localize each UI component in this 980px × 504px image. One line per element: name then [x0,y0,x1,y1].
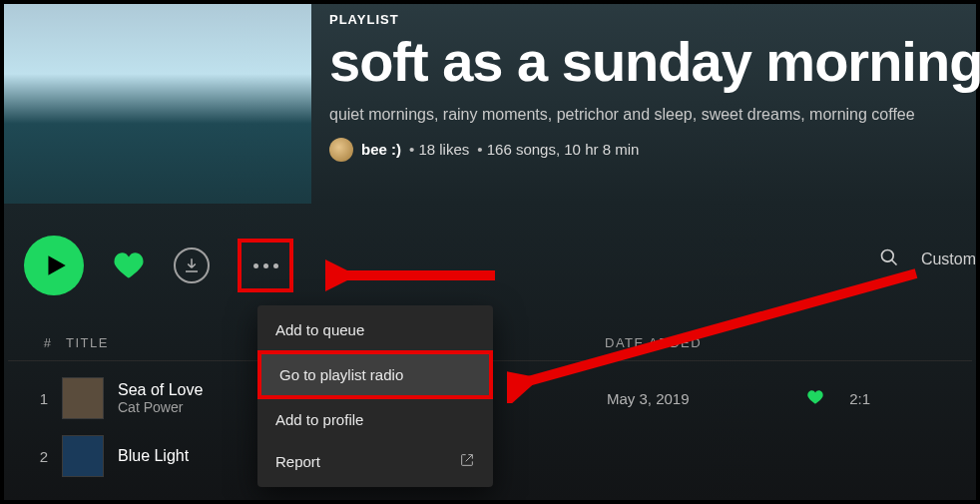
svg-point-0 [881,251,893,262]
annotation-arrow [325,255,505,295]
menu-item-add-to-profile[interactable]: Add to profile [257,399,493,440]
playlist-cover-art[interactable] [4,4,311,204]
more-options-button[interactable] [244,244,287,287]
owner-avatar[interactable] [329,138,353,162]
dot-icon [253,263,258,268]
playlist-title: soft as a sunday morning [329,33,976,92]
menu-item-add-to-queue[interactable]: Add to queue [257,309,493,350]
play-icon [43,252,69,278]
heart-icon [112,249,146,282]
likes-count: 18 likes [409,141,469,158]
playlist-description: quiet mornings, rainy moments, petrichor… [329,106,976,124]
column-number: # [30,335,66,350]
menu-item-report[interactable]: Report [257,440,493,483]
like-playlist-button[interactable] [112,249,146,282]
download-button[interactable] [174,248,210,283]
external-link-icon [459,452,475,471]
dot-icon [273,263,278,268]
owner-name[interactable]: bee :) [361,141,401,158]
download-icon [183,256,201,274]
track-album-art [62,435,104,477]
track-album-art [62,377,104,419]
track-number: 1 [26,390,62,407]
playlist-owner-row: bee :) 18 likes 166 songs, 10 hr 8 min [329,138,976,162]
menu-item-report-label: Report [275,453,320,470]
track-number: 2 [26,448,62,465]
track-row[interactable]: 2 Blue Light [26,427,972,485]
annotation-arrow [507,263,926,403]
more-options-menu: Add to queue Go to playlist radio Add to… [257,305,493,487]
sort-order-button[interactable]: Custom [921,251,976,268]
songs-count: 166 songs, 10 hr 8 min [477,141,639,158]
content-type-label: PLAYLIST [329,12,976,27]
annotation-highlight-more [238,239,293,292]
play-button[interactable] [24,236,84,295]
dot-icon [263,263,268,268]
menu-item-go-to-playlist-radio[interactable]: Go to playlist radio [257,350,493,399]
svg-line-2 [521,273,916,383]
